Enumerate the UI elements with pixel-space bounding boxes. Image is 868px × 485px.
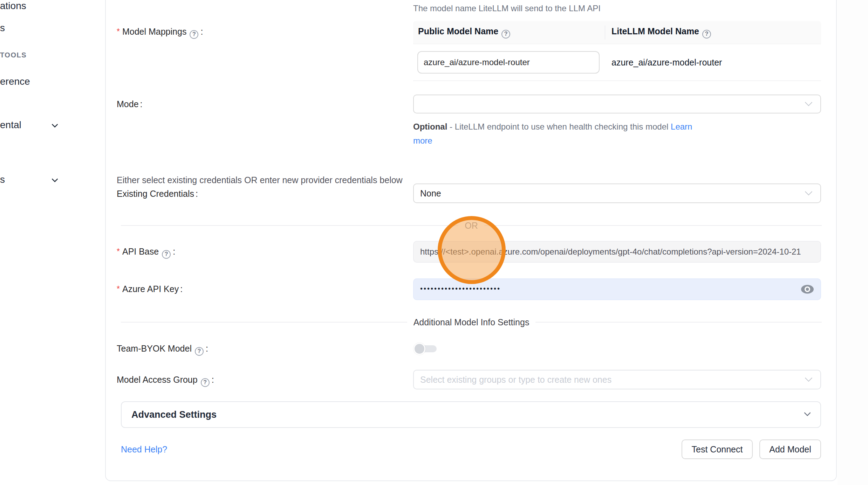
team-byok-label: Team-BYOK Model?: — [117, 342, 208, 356]
table-row: azure_ai/azure-model-router — [413, 44, 821, 81]
chevron-down-icon — [805, 99, 812, 106]
model-name-helper-text: The model name LiteLLM will send to the … — [413, 2, 601, 15]
required-mark: * — [117, 27, 120, 36]
select-placeholder: Select existing groups or type to create… — [420, 375, 611, 385]
need-help-link[interactable]: Need Help? — [121, 443, 167, 456]
litellm-model-name-value: azure_ai/azure-model-router — [611, 44, 722, 81]
api-base-label: *API Base?: — [117, 245, 175, 259]
column-header-litellm-model-name: LiteLLM Model Name? — [611, 26, 712, 39]
team-byok-toggle[interactable] — [414, 343, 437, 355]
help-icon[interactable]: ? — [501, 30, 510, 39]
chevron-down-icon[interactable] — [52, 121, 58, 127]
help-icon[interactable]: ? — [702, 30, 711, 39]
chevron-down-icon — [804, 409, 811, 416]
model-access-group-label: Model Access Group?: — [117, 373, 214, 387]
mode-label: Mode: — [117, 98, 143, 110]
help-icon[interactable]: ? — [162, 250, 171, 259]
add-model-button[interactable]: Add Model — [759, 439, 821, 459]
health-check-note: Optional - LiteLLM endpoint to use when … — [413, 120, 693, 148]
help-icon[interactable]: ? — [201, 378, 210, 387]
add-model-page: ations s TOOLS erence ental s The model … — [0, 0, 868, 485]
sidebar-item-organizations[interactable]: ations — [0, 0, 26, 12]
required-mark: * — [117, 284, 120, 293]
model-mappings-table: Public Model Name? LiteLLM Model Name? a… — [413, 21, 821, 81]
sidebar: ations s TOOLS erence ental s — [0, 0, 105, 485]
eye-icon[interactable] — [801, 284, 814, 294]
sidebar-item[interactable]: s — [0, 22, 5, 34]
public-model-name-input[interactable] — [417, 51, 600, 74]
test-connect-button[interactable]: Test Connect — [682, 439, 753, 459]
toggle-knob — [414, 343, 425, 355]
azure-api-key-label: *Azure API Key: — [117, 283, 183, 295]
help-icon[interactable]: ? — [195, 347, 204, 356]
chevron-down-icon — [805, 188, 812, 195]
sidebar-item-inference[interactable]: erence — [0, 76, 30, 88]
api-base-input[interactable]: https://<test>.openai.azure.com/openai/d… — [413, 241, 821, 263]
sidebar-section-tools: TOOLS — [0, 51, 27, 59]
existing-credentials-select[interactable]: None — [413, 183, 821, 203]
advanced-settings-panel[interactable]: Advanced Settings — [121, 401, 821, 428]
advanced-settings-label: Advanced Settings — [131, 409, 217, 420]
help-icon[interactable]: ? — [190, 30, 198, 39]
chevron-down-icon — [805, 374, 812, 382]
masked-password-dots: ••••••••••••••••••••••• — [420, 285, 501, 292]
column-header-public-model-name: Public Model Name? — [418, 26, 511, 39]
sidebar-item-experimental[interactable]: ental — [0, 119, 21, 131]
chevron-down-icon[interactable] — [52, 176, 58, 182]
add-model-form: The model name LiteLLM will send to the … — [105, 0, 838, 485]
column-divider — [605, 26, 605, 40]
credentials-instruction: Either select existing credentials OR en… — [117, 174, 403, 186]
required-mark: * — [117, 247, 120, 256]
mode-select[interactable] — [413, 95, 821, 113]
azure-api-key-input[interactable]: ••••••••••••••••••••••• — [413, 278, 821, 300]
model-access-group-select[interactable]: Select existing groups or type to create… — [413, 370, 821, 389]
existing-credentials-label: Existing Credentials: — [117, 187, 198, 200]
model-mappings-label: *Model Mappings?: — [117, 25, 203, 39]
additional-info-divider: Additional Model Info Settings — [121, 317, 822, 328]
sidebar-item-settings[interactable]: s — [0, 174, 5, 186]
or-divider: OR — [121, 220, 822, 231]
table-header-row: Public Model Name? LiteLLM Model Name? — [413, 21, 821, 44]
